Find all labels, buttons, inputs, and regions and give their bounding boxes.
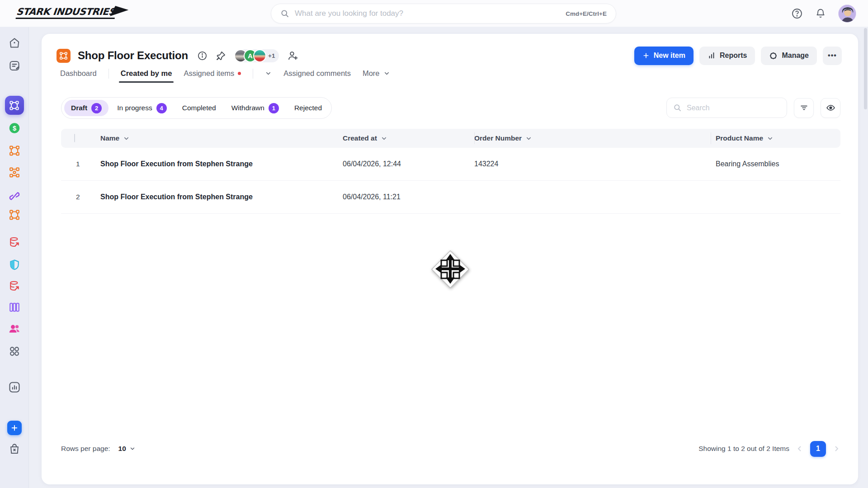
sidebar-item-marketplace[interactable] (8, 443, 20, 455)
column-header-product-name[interactable]: Product Name (716, 134, 840, 142)
more-actions-button[interactable]: ••• (823, 47, 842, 65)
search-shortcut-hint: Cmd+E/Ctrl+E (566, 10, 607, 17)
items-table: Name Created at Order Number Product Nam… (61, 129, 840, 214)
column-header-order-number[interactable]: Order Number (474, 134, 716, 142)
column-divider (474, 132, 475, 144)
sidebar-item-boards[interactable] (9, 301, 20, 313)
notifications-button[interactable] (815, 8, 826, 19)
view-visibility-button[interactable] (821, 98, 840, 118)
next-page-button[interactable] (832, 445, 840, 453)
add-collaborator-button[interactable] (287, 50, 298, 61)
database-export-icon (9, 236, 20, 248)
window-scrollbar (864, 0, 867, 488)
table-search-input[interactable]: Search (666, 98, 787, 118)
cell-created-at: 06/04/2026, 12:44 (343, 160, 474, 168)
global-search-placeholder: What are you looking for today? (295, 9, 566, 18)
sidebar-item-data-export-2[interactable] (9, 280, 20, 292)
chevron-down-icon (767, 135, 774, 142)
chevron-right-icon (832, 445, 840, 453)
new-item-button[interactable]: New item (634, 47, 693, 65)
table-row[interactable]: 2 Shop Floor Execution from Stephen Stra… (61, 181, 840, 214)
sidebar-item-analytics[interactable] (8, 381, 21, 394)
home-icon (8, 37, 20, 49)
filter-lines-icon (800, 103, 808, 112)
chevron-down-icon (129, 446, 136, 452)
sidebar-add-app-button[interactable] (7, 421, 22, 435)
collaborator-avatars[interactable]: A +1 (234, 49, 279, 62)
chevron-down-icon (265, 70, 272, 77)
info-button[interactable] (197, 51, 208, 61)
global-search-input[interactable]: What are you looking for today? Cmd+E/Ct… (271, 4, 616, 23)
dollar-icon: $ (8, 122, 20, 134)
search-icon (673, 103, 682, 112)
tab-assigned-items[interactable]: Assigned items (184, 65, 241, 82)
app-sidebar: $ (0, 27, 29, 488)
row-index: 2 (61, 193, 100, 201)
sidebar-item-shop-floor-app-active[interactable] (5, 96, 24, 115)
chevron-left-icon (796, 445, 804, 453)
plus-icon (642, 52, 650, 59)
tab-created-by-me[interactable]: Created by me (121, 65, 172, 82)
app-icon (57, 49, 71, 63)
bell-icon (815, 8, 826, 19)
filter-completed[interactable]: Completed (175, 100, 223, 116)
table-search-placeholder: Search (687, 104, 710, 112)
rows-per-page-select[interactable]: 10 (118, 445, 136, 453)
sidebar-item-finance[interactable]: $ (8, 122, 20, 134)
tab-assigned-items-expander[interactable] (265, 65, 272, 82)
pin-button[interactable] (216, 51, 226, 61)
database-export-icon-2 (9, 280, 20, 292)
sidebar-item-apps[interactable] (8, 345, 20, 357)
tab-more[interactable]: More (363, 65, 390, 82)
showing-items-text: Showing 1 to 2 out of 2 Items (698, 445, 789, 453)
stark-industries-logo[interactable]: STARK INDUSTRIES (16, 6, 128, 19)
reports-label: Reports (720, 52, 747, 60)
sidebar-item-app-2[interactable] (9, 145, 20, 156)
collaborator-avatar-3[interactable] (253, 49, 266, 62)
rows-per-page-label: Rows per page: (61, 445, 110, 453)
marketplace-bag-icon (8, 443, 20, 455)
table-header-row: Name Created at Order Number Product Nam… (61, 129, 840, 148)
topbar: STARK INDUSTRIES What are you looking fo… (0, 0, 868, 27)
help-icon (791, 8, 803, 19)
previous-page-button[interactable] (796, 445, 804, 453)
filter-withdrawn[interactable]: Withdrawn 1 (225, 100, 286, 116)
frame-app-orange-icon (9, 145, 20, 156)
table-row[interactable]: 1 Shop Floor Execution from Stephen Stra… (61, 148, 840, 181)
sidebar-item-data-export-1[interactable] (9, 236, 20, 248)
filter-button[interactable] (794, 98, 814, 118)
new-item-label: New item (654, 52, 685, 60)
sidebar-item-forms[interactable] (8, 60, 20, 72)
search-icon (280, 9, 289, 18)
collaborator-overflow-count: +1 (268, 52, 275, 59)
cell-name: Shop Floor Execution from Stephen Strang… (100, 193, 343, 201)
sidebar-item-integrations[interactable] (9, 190, 20, 202)
sidebar-item-home[interactable] (8, 37, 20, 49)
user-avatar[interactable] (838, 5, 856, 23)
kanban-columns-icon (9, 301, 20, 313)
help-button[interactable] (791, 8, 803, 19)
filter-draft[interactable]: Draft 2 (64, 100, 108, 116)
chevron-down-icon (123, 135, 130, 142)
svg-text:$: $ (12, 125, 16, 132)
apps-grid-icon (8, 345, 20, 357)
column-header-name[interactable]: Name (100, 134, 343, 142)
logo-text: STARK INDUSTRIES (16, 6, 116, 19)
filter-rejected[interactable]: Rejected (288, 100, 329, 116)
chevron-down-icon (525, 135, 532, 142)
manage-label: Manage (782, 52, 809, 60)
sidebar-item-app-4[interactable] (9, 209, 20, 221)
page-number-button[interactable]: 1 (810, 441, 826, 457)
sidebar-item-app-3[interactable] (9, 167, 20, 178)
bar-chart-icon (8, 381, 21, 394)
filter-in-progress[interactable]: In progress 4 (110, 100, 174, 116)
sidebar-item-people[interactable] (8, 323, 20, 335)
manage-button[interactable]: Manage (761, 47, 817, 65)
reports-button[interactable]: Reports (699, 47, 755, 65)
select-all-checkbox[interactable] (74, 134, 75, 142)
tab-dashboard[interactable]: Dashboard (60, 65, 97, 82)
column-header-created-at[interactable]: Created at (343, 134, 474, 142)
sidebar-item-security[interactable] (9, 259, 20, 271)
scrollbar-thumb[interactable] (864, 28, 867, 109)
tab-assigned-comments[interactable]: Assigned comments (283, 65, 351, 82)
